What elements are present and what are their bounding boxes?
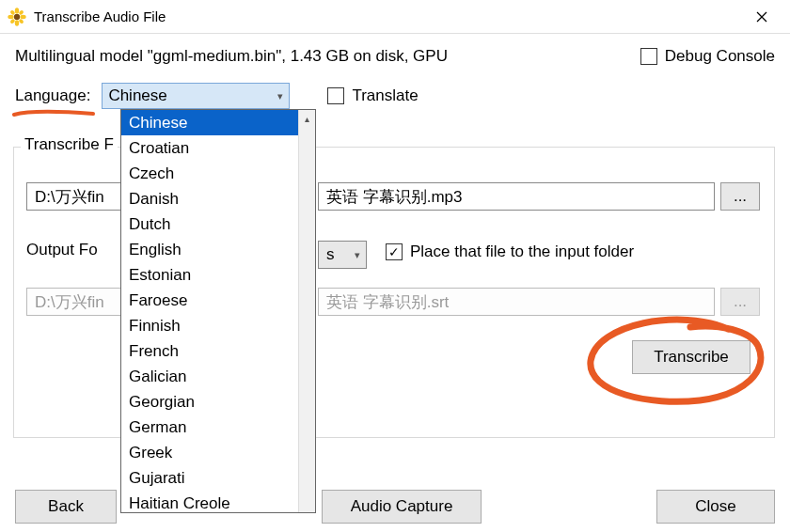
language-option[interactable]: Faroese bbox=[121, 288, 298, 313]
window-close-button[interactable] bbox=[741, 2, 782, 32]
language-option[interactable]: Croatian bbox=[121, 135, 298, 161]
model-info-text: Multilingual model "ggml-medium.bin", 1.… bbox=[15, 47, 448, 66]
output-format-combobox[interactable]: s ▾ bbox=[318, 241, 367, 269]
translate-label: Translate bbox=[352, 86, 418, 105]
browse-output-button: ... bbox=[720, 288, 760, 316]
language-option[interactable]: Dutch bbox=[121, 211, 298, 237]
close-icon bbox=[756, 11, 767, 23]
language-option[interactable]: English bbox=[121, 237, 298, 262]
annotation-underline bbox=[12, 109, 95, 118]
svg-point-9 bbox=[14, 14, 20, 20]
app-icon bbox=[8, 8, 26, 26]
fieldset-legend: Transcribe F bbox=[21, 135, 118, 154]
checkbox-checked-icon: ✓ bbox=[386, 243, 403, 260]
language-option[interactable]: Finnish bbox=[121, 313, 298, 338]
debug-console-label: Debug Console bbox=[665, 47, 775, 66]
language-option[interactable]: Galician bbox=[121, 364, 298, 389]
language-option[interactable]: Gujarati bbox=[121, 465, 298, 491]
audio-capture-button[interactable]: Audio Capture bbox=[322, 490, 482, 524]
place-to-input-folder-label: Place that file to the input folder bbox=[410, 243, 634, 261]
language-dropdown-list[interactable]: ChineseCroatianCzechDanishDutchEnglishEs… bbox=[120, 109, 316, 513]
back-button[interactable]: Back bbox=[15, 490, 117, 524]
output-file-path-right: 英语 字幕识别.srt bbox=[318, 288, 715, 316]
svg-point-4 bbox=[20, 14, 25, 18]
input-file-path-right[interactable]: 英语 字幕识别.mp3 bbox=[318, 182, 715, 211]
output-format-label: Output Fo bbox=[26, 241, 98, 259]
debug-console-checkbox[interactable]: Debug Console bbox=[640, 47, 775, 66]
language-option[interactable]: Danish bbox=[121, 186, 298, 211]
language-option[interactable]: French bbox=[121, 338, 298, 364]
svg-point-7 bbox=[9, 18, 16, 24]
svg-point-1 bbox=[15, 8, 19, 13]
bottom-bar: Back Audio Capture Close bbox=[0, 481, 790, 532]
chevron-down-icon: ▾ bbox=[277, 90, 283, 102]
svg-point-5 bbox=[9, 9, 16, 16]
scroll-up-icon[interactable]: ▴ bbox=[299, 110, 315, 127]
chevron-down-icon: ▾ bbox=[355, 249, 360, 261]
language-selected-value: Chinese bbox=[108, 86, 166, 105]
browse-input-button[interactable]: ... bbox=[720, 182, 760, 211]
scrollbar[interactable]: ▴ bbox=[298, 110, 315, 512]
language-option[interactable]: German bbox=[121, 415, 298, 440]
close-button[interactable]: Close bbox=[656, 490, 775, 524]
language-combobox[interactable]: Chinese ▾ bbox=[102, 83, 290, 109]
language-option[interactable]: Haitian Creole bbox=[121, 491, 298, 512]
checkbox-icon bbox=[327, 87, 344, 104]
translate-checkbox[interactable]: Translate bbox=[327, 86, 418, 105]
language-option[interactable]: Greek bbox=[121, 440, 298, 465]
input-file-path-left[interactable]: D:\万兴fin bbox=[26, 182, 122, 211]
output-format-value: s bbox=[326, 245, 335, 264]
transcribe-button[interactable]: Transcribe bbox=[632, 340, 750, 374]
svg-point-2 bbox=[15, 20, 19, 25]
output-file-path-left: D:\万兴fin bbox=[26, 288, 122, 316]
titlebar: Transcribe Audio File bbox=[0, 0, 790, 34]
svg-point-8 bbox=[18, 18, 24, 24]
place-to-input-folder-checkbox[interactable]: ✓ Place that file to the input folder bbox=[386, 243, 634, 261]
language-label: Language: bbox=[15, 86, 90, 105]
checkbox-icon bbox=[640, 48, 657, 65]
language-option[interactable]: Chinese bbox=[121, 110, 298, 135]
language-option[interactable]: Czech bbox=[121, 161, 298, 186]
svg-point-3 bbox=[8, 14, 13, 18]
svg-point-6 bbox=[18, 9, 24, 16]
language-option[interactable]: Georgian bbox=[121, 389, 298, 415]
language-option[interactable]: Estonian bbox=[121, 262, 298, 288]
window-title: Transcribe Audio File bbox=[34, 8, 741, 24]
